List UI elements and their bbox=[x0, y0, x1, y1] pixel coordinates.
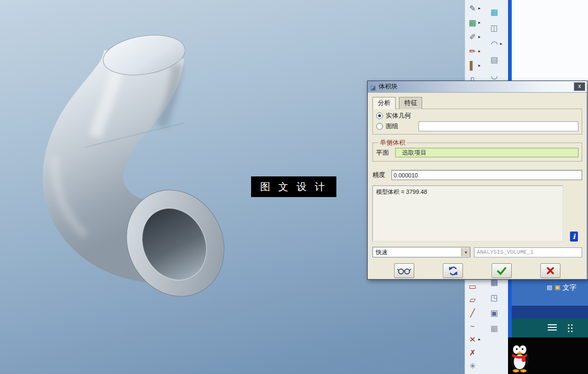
plane-label: 平面 bbox=[376, 148, 395, 157]
flyout-arrow-icon[interactable] bbox=[478, 49, 480, 54]
panel-divider bbox=[512, 306, 588, 318]
cross-point-tool-icon[interactable]: ✗ bbox=[467, 346, 480, 359]
volume-block-dialog: 体积块 x 分析 特征 实体几何 面组 单侧体积 平面 选 bbox=[367, 81, 587, 280]
radio-solid-geometry[interactable] bbox=[376, 112, 383, 119]
ok-button[interactable] bbox=[492, 263, 512, 278]
layers-tool-icon[interactable]: ▤ bbox=[489, 52, 502, 68]
qq-penguin-logo[interactable] bbox=[510, 340, 529, 373]
quilt-collector[interactable] bbox=[418, 121, 578, 131]
table-tool-icon[interactable]: ▦ bbox=[467, 15, 480, 30]
flyout-arrow-icon[interactable] bbox=[478, 64, 480, 68]
arc-up-tool-icon[interactable]: ◠ bbox=[489, 36, 502, 52]
player-bar bbox=[512, 318, 588, 337]
toolbar-column-a-bottom: ▭ ▱ ╱ ~ ✕ ✗ ✳ bbox=[467, 280, 480, 372]
quilt-option[interactable]: 面组 bbox=[376, 122, 398, 131]
solid-geometry-label: 实体几何 bbox=[386, 111, 411, 120]
chevron-down-icon[interactable] bbox=[461, 248, 470, 256]
precision-input[interactable] bbox=[391, 170, 582, 180]
solid-geometry-option[interactable]: 实体几何 bbox=[376, 111, 578, 120]
taskbar-area bbox=[508, 337, 588, 374]
quality-value: 快速 bbox=[376, 248, 388, 256]
mesh-tool-icon[interactable]: ▦ bbox=[489, 320, 502, 336]
select-frame-tool-icon[interactable]: ▣ bbox=[489, 305, 502, 320]
text-tool-panel: ▧ ▣ 文字 bbox=[512, 279, 588, 306]
image-tool-icon[interactable]: ▧ bbox=[547, 284, 552, 291]
tab-analysis[interactable]: 分析 bbox=[372, 97, 396, 109]
bottom-fields-row: 快速 bbox=[372, 247, 582, 257]
flyout-arrow-icon[interactable] bbox=[478, 6, 480, 11]
result-text: 模型体积 = 3799.48 bbox=[376, 189, 427, 195]
flyout-arrow-icon[interactable] bbox=[500, 42, 502, 46]
quilt-label: 面组 bbox=[386, 122, 398, 131]
column-tool-icon[interactable]: ▌ bbox=[467, 58, 480, 73]
dialog-title: 体积块 bbox=[378, 82, 397, 91]
flyout-arrow-icon[interactable] bbox=[478, 337, 480, 342]
refresh-arrows-icon bbox=[448, 266, 458, 276]
annotate-tool-icon[interactable]: ✎ bbox=[467, 1, 480, 15]
quilt-row: 面组 bbox=[376, 121, 578, 131]
dialog-body: 分析 特征 实体几何 面组 单侧体积 平面 选取项目 bbox=[368, 93, 587, 279]
one-side-volume-group: 单侧体积 平面 选取项目 bbox=[372, 138, 582, 162]
result-area: 模型体积 = 3799.48 bbox=[372, 185, 563, 242]
axis-tool-icon[interactable]: ✳ bbox=[467, 359, 480, 372]
info-button[interactable]: i bbox=[570, 231, 578, 242]
spline-tool-icon[interactable]: ~ bbox=[467, 319, 480, 333]
grid-surface-tool-icon[interactable]: ▦ bbox=[489, 4, 502, 20]
radio-quilt[interactable] bbox=[376, 123, 383, 130]
geometry-group: 实体几何 面组 bbox=[372, 109, 582, 135]
plane-row: 平面 选取项目 bbox=[376, 148, 578, 157]
close-x-icon bbox=[546, 266, 555, 275]
textbox-tool-icon[interactable]: ▣ bbox=[555, 284, 560, 291]
check-icon bbox=[496, 266, 507, 275]
parallelogram-tool-icon[interactable]: ▱ bbox=[467, 293, 480, 306]
cancel-button[interactable] bbox=[540, 263, 560, 278]
repeat-button[interactable] bbox=[443, 263, 463, 278]
solid-box-tool-icon[interactable]: ◫ bbox=[489, 20, 502, 36]
quality-dropdown[interactable]: 快速 bbox=[372, 247, 470, 257]
watermark-text: 图 文 设 计 bbox=[260, 180, 327, 194]
line-tool-icon[interactable]: ╱ bbox=[467, 306, 480, 319]
dialog-icon bbox=[370, 82, 376, 92]
toolbar-column-b-bottom: ▦ ◳ ▣ ▦ bbox=[489, 274, 502, 336]
close-button[interactable]: x bbox=[574, 82, 585, 91]
dialog-titlebar[interactable]: 体积块 x bbox=[368, 81, 587, 93]
menu-icon[interactable] bbox=[548, 324, 557, 332]
scale-box-tool-icon[interactable]: ◳ bbox=[489, 290, 502, 305]
eyeglasses-icon bbox=[397, 267, 411, 275]
dialog-buttons bbox=[372, 263, 582, 278]
toolbar-column-b-top: ▦ ◫ ◠ ▤ ◡ bbox=[489, 4, 502, 84]
sketch-tool-icon[interactable]: ✐ bbox=[467, 30, 480, 44]
grid-dots-icon[interactable] bbox=[567, 323, 573, 333]
plane-collector[interactable]: 选取项目 bbox=[395, 148, 578, 157]
watermark-banner: 图 文 设 计 bbox=[251, 176, 336, 197]
preview-button[interactable] bbox=[394, 263, 414, 278]
rectangle-tool-icon[interactable]: ▭ bbox=[467, 280, 480, 293]
result-wrap: 模型体积 = 3799.48 i bbox=[372, 185, 582, 242]
one-side-volume-title: 单侧体积 bbox=[378, 138, 407, 147]
dialog-tabs: 分析 特征 bbox=[372, 97, 582, 107]
precision-label: 精度 bbox=[372, 171, 391, 180]
precision-row: 精度 bbox=[372, 170, 582, 180]
flyout-arrow-icon[interactable] bbox=[478, 21, 480, 25]
toolbar-column-a-top: ✎ ▦ ✐ ✏ ▌ ▯ bbox=[467, 1, 480, 87]
edit-tool-icon[interactable]: ✏ bbox=[467, 44, 480, 58]
text-tool-label[interactable]: 文字 bbox=[563, 283, 576, 292]
tab-feature[interactable]: 特征 bbox=[399, 97, 422, 109]
flyout-arrow-icon[interactable] bbox=[478, 35, 480, 39]
analysis-name-input[interactable] bbox=[474, 247, 582, 257]
delete-segment-tool-icon[interactable]: ✕ bbox=[467, 333, 480, 346]
